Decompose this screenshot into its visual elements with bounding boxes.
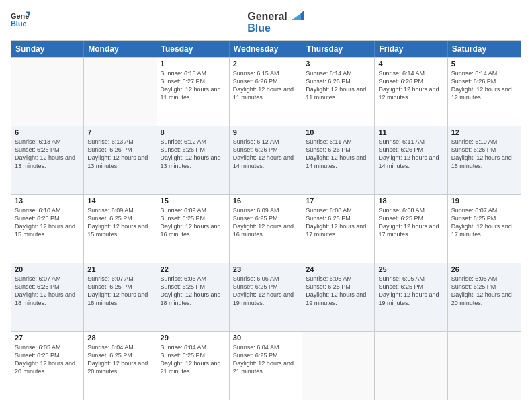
logo-bird-icon <box>289 11 304 23</box>
cal-cell-0-5: 4Sunrise: 6:14 AM Sunset: 6:26 PM Daylig… <box>375 58 447 126</box>
day-number: 11 <box>378 128 443 136</box>
cell-info-text: Sunrise: 6:15 AM Sunset: 6:26 PM Dayligh… <box>233 69 298 102</box>
cal-cell-1-4: 10Sunrise: 6:11 AM Sunset: 6:26 PM Dayli… <box>302 126 375 194</box>
cell-info-text: Sunrise: 6:05 AM Sunset: 6:25 PM Dayligh… <box>15 343 80 376</box>
svg-text:Blue: Blue <box>11 19 27 28</box>
cell-info-text: Sunrise: 6:14 AM Sunset: 6:26 PM Dayligh… <box>378 69 443 102</box>
day-number: 20 <box>15 265 80 273</box>
cell-info-text: Sunrise: 6:12 AM Sunset: 6:26 PM Dayligh… <box>161 138 226 171</box>
header: General Blue General Blue <box>11 11 521 34</box>
cell-info-text: Sunrise: 6:07 AM Sunset: 6:25 PM Dayligh… <box>87 275 152 308</box>
cell-info-text: Sunrise: 6:10 AM Sunset: 6:25 PM Dayligh… <box>15 206 80 239</box>
cal-cell-1-1: 7Sunrise: 6:13 AM Sunset: 6:26 PM Daylig… <box>84 126 157 194</box>
cal-cell-3-3: 23Sunrise: 6:06 AM Sunset: 6:25 PM Dayli… <box>230 263 302 331</box>
calendar-row-2: 13Sunrise: 6:10 AM Sunset: 6:25 PM Dayli… <box>11 194 521 263</box>
cell-info-text: Sunrise: 6:09 AM Sunset: 6:25 PM Dayligh… <box>87 206 152 239</box>
page: General Blue General Blue SundayMondayTu… <box>0 0 532 411</box>
cell-info-text: Sunrise: 6:07 AM Sunset: 6:25 PM Dayligh… <box>451 206 517 239</box>
cal-cell-0-1 <box>84 58 157 126</box>
calendar-row-0: 1Sunrise: 6:15 AM Sunset: 6:27 PM Daylig… <box>11 57 521 126</box>
day-number: 27 <box>15 334 80 342</box>
day-number: 14 <box>87 197 152 205</box>
cal-cell-4-4 <box>302 332 375 400</box>
cal-cell-4-1: 28Sunrise: 6:04 AM Sunset: 6:25 PM Dayli… <box>84 332 157 400</box>
day-number: 22 <box>161 265 226 273</box>
cell-info-text: Sunrise: 6:04 AM Sunset: 6:25 PM Dayligh… <box>87 343 152 376</box>
cal-cell-1-2: 8Sunrise: 6:12 AM Sunset: 6:26 PM Daylig… <box>157 126 230 194</box>
logo: General Blue <box>11 11 30 30</box>
cal-cell-0-6: 5Sunrise: 6:14 AM Sunset: 6:26 PM Daylig… <box>448 58 521 126</box>
day-number: 6 <box>15 128 80 136</box>
cal-cell-3-6: 26Sunrise: 6:05 AM Sunset: 6:25 PM Dayli… <box>448 263 521 331</box>
cal-cell-0-0 <box>11 58 84 126</box>
cell-info-text: Sunrise: 6:14 AM Sunset: 6:26 PM Dayligh… <box>451 69 517 102</box>
day-number: 23 <box>233 265 298 273</box>
day-number: 4 <box>378 60 443 68</box>
cal-cell-4-5 <box>375 332 447 400</box>
cell-info-text: Sunrise: 6:14 AM Sunset: 6:26 PM Dayligh… <box>306 69 371 102</box>
cell-info-text: Sunrise: 6:12 AM Sunset: 6:26 PM Dayligh… <box>233 138 298 171</box>
day-number: 12 <box>451 128 517 136</box>
cal-cell-3-2: 22Sunrise: 6:06 AM Sunset: 6:25 PM Dayli… <box>157 263 230 331</box>
cell-info-text: Sunrise: 6:06 AM Sunset: 6:25 PM Dayligh… <box>233 275 298 308</box>
cal-header-monday: Monday <box>84 41 157 57</box>
calendar-row-3: 20Sunrise: 6:07 AM Sunset: 6:25 PM Dayli… <box>11 263 521 331</box>
cell-info-text: Sunrise: 6:11 AM Sunset: 6:26 PM Dayligh… <box>378 138 443 171</box>
cal-cell-2-5: 18Sunrise: 6:08 AM Sunset: 6:25 PM Dayli… <box>375 195 447 263</box>
cell-info-text: Sunrise: 6:06 AM Sunset: 6:25 PM Dayligh… <box>306 275 371 308</box>
cal-cell-3-0: 20Sunrise: 6:07 AM Sunset: 6:25 PM Dayli… <box>11 263 84 331</box>
cal-cell-1-6: 12Sunrise: 6:10 AM Sunset: 6:26 PM Dayli… <box>448 126 521 194</box>
day-number: 1 <box>161 60 226 68</box>
day-number: 19 <box>451 197 517 205</box>
day-number: 15 <box>161 197 226 205</box>
cal-cell-2-3: 16Sunrise: 6:09 AM Sunset: 6:25 PM Dayli… <box>230 195 302 263</box>
cal-cell-2-2: 15Sunrise: 6:09 AM Sunset: 6:25 PM Dayli… <box>157 195 230 263</box>
calendar-row-4: 27Sunrise: 6:05 AM Sunset: 6:25 PM Dayli… <box>11 331 521 400</box>
cell-info-text: Sunrise: 6:04 AM Sunset: 6:25 PM Dayligh… <box>161 343 226 376</box>
cell-info-text: Sunrise: 6:09 AM Sunset: 6:25 PM Dayligh… <box>233 206 298 239</box>
cal-header-thursday: Thursday <box>302 41 375 57</box>
day-number: 21 <box>87 265 152 273</box>
cal-cell-3-4: 24Sunrise: 6:06 AM Sunset: 6:25 PM Dayli… <box>302 263 375 331</box>
logo-text-block: General Blue <box>247 11 304 34</box>
day-number: 28 <box>87 334 152 342</box>
cal-cell-0-2: 1Sunrise: 6:15 AM Sunset: 6:27 PM Daylig… <box>157 58 230 126</box>
cal-header-tuesday: Tuesday <box>157 41 230 57</box>
cal-cell-4-6 <box>448 332 521 400</box>
cal-cell-4-0: 27Sunrise: 6:05 AM Sunset: 6:25 PM Dayli… <box>11 332 84 400</box>
cell-info-text: Sunrise: 6:05 AM Sunset: 6:25 PM Dayligh… <box>451 275 517 308</box>
cell-info-text: Sunrise: 6:06 AM Sunset: 6:25 PM Dayligh… <box>161 275 226 308</box>
cal-cell-4-3: 30Sunrise: 6:04 AM Sunset: 6:25 PM Dayli… <box>230 332 302 400</box>
calendar-body: 1Sunrise: 6:15 AM Sunset: 6:27 PM Daylig… <box>11 57 521 400</box>
day-number: 10 <box>306 128 371 136</box>
day-number: 30 <box>233 334 298 342</box>
cell-info-text: Sunrise: 6:04 AM Sunset: 6:25 PM Dayligh… <box>233 343 298 376</box>
day-number: 17 <box>306 197 371 205</box>
cal-header-saturday: Saturday <box>448 41 521 57</box>
cal-cell-2-0: 13Sunrise: 6:10 AM Sunset: 6:25 PM Dayli… <box>11 195 84 263</box>
day-number: 7 <box>87 128 152 136</box>
cell-info-text: Sunrise: 6:10 AM Sunset: 6:26 PM Dayligh… <box>451 138 517 171</box>
day-number: 3 <box>306 60 371 68</box>
cal-cell-3-1: 21Sunrise: 6:07 AM Sunset: 6:25 PM Dayli… <box>84 263 157 331</box>
day-number: 13 <box>15 197 80 205</box>
cell-info-text: Sunrise: 6:13 AM Sunset: 6:26 PM Dayligh… <box>15 138 80 171</box>
cal-header-sunday: Sunday <box>11 41 84 57</box>
svg-marker-3 <box>292 13 301 20</box>
cal-cell-2-4: 17Sunrise: 6:08 AM Sunset: 6:25 PM Dayli… <box>302 195 375 263</box>
cal-header-friday: Friday <box>375 41 447 57</box>
day-number: 9 <box>233 128 298 136</box>
cell-info-text: Sunrise: 6:11 AM Sunset: 6:26 PM Dayligh… <box>306 138 371 171</box>
cell-info-text: Sunrise: 6:05 AM Sunset: 6:25 PM Dayligh… <box>378 275 443 308</box>
day-number: 24 <box>306 265 371 273</box>
day-number: 18 <box>378 197 443 205</box>
day-number: 26 <box>451 265 517 273</box>
cal-cell-2-6: 19Sunrise: 6:07 AM Sunset: 6:25 PM Dayli… <box>448 195 521 263</box>
cell-info-text: Sunrise: 6:08 AM Sunset: 6:25 PM Dayligh… <box>378 206 443 239</box>
cal-header-wednesday: Wednesday <box>230 41 302 57</box>
cell-info-text: Sunrise: 6:08 AM Sunset: 6:25 PM Dayligh… <box>306 206 371 239</box>
cal-cell-3-5: 25Sunrise: 6:05 AM Sunset: 6:25 PM Dayli… <box>375 263 447 331</box>
cal-cell-0-4: 3Sunrise: 6:14 AM Sunset: 6:26 PM Daylig… <box>302 58 375 126</box>
cell-info-text: Sunrise: 6:13 AM Sunset: 6:26 PM Dayligh… <box>87 138 152 171</box>
day-number: 5 <box>451 60 517 68</box>
